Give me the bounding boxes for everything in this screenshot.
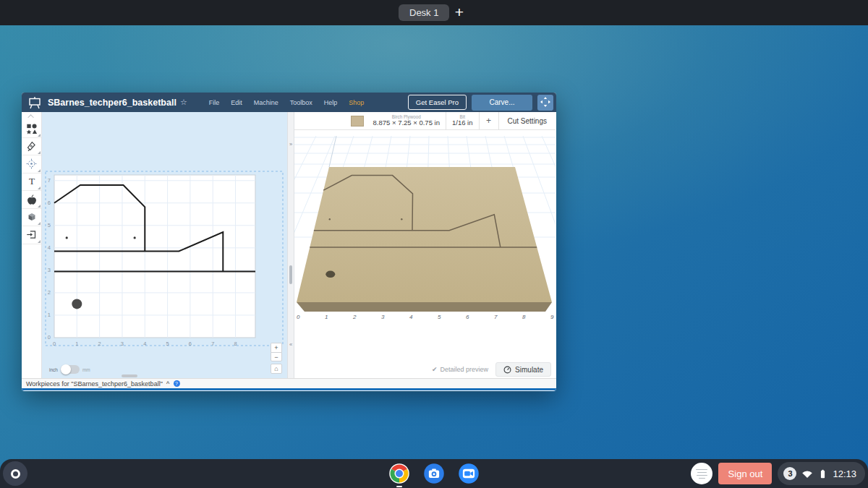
zoom-out-button[interactable]: − — [271, 352, 282, 361]
shapes-icon — [26, 123, 38, 134]
svg-text:4: 4 — [409, 314, 413, 320]
pen-tool[interactable] — [22, 138, 41, 156]
svg-text:6: 6 — [466, 314, 469, 320]
text-tool[interactable]: T — [22, 174, 41, 192]
svg-text:8: 8 — [234, 341, 237, 347]
unit-switch[interactable] — [61, 365, 80, 374]
zoom-in-button[interactable]: + — [271, 343, 282, 352]
easel-window[interactable]: SBarnes_techper6_basketball ☆ File Edit … — [22, 93, 556, 391]
horizontal-scrollbar[interactable] — [122, 374, 137, 377]
svg-text:5: 5 — [438, 314, 441, 320]
status-tray[interactable]: 3 12:13 — [778, 462, 865, 485]
zoom-home-button[interactable]: ⌂ — [271, 364, 282, 374]
svg-text:3: 3 — [48, 267, 51, 273]
menu-help[interactable]: Help — [324, 99, 338, 106]
import-icon — [26, 229, 37, 240]
titlebar-buttons: Get Easel Pro Carve... — [408, 95, 553, 111]
svg-text:1: 1 — [75, 341, 78, 347]
svg-text:3: 3 — [381, 314, 385, 320]
camera-app-button[interactable] — [423, 463, 445, 484]
workpieces-bar[interactable]: Workpieces for "SBarnes_techper6_basketb… — [22, 378, 556, 388]
new-desk-button[interactable]: + — [449, 1, 469, 23]
drill-point-tool[interactable] — [22, 155, 41, 174]
easel-content: T — [22, 112, 556, 378]
design-drawing: 01234567801234567 — [42, 112, 287, 378]
workpieces-caret-icon[interactable]: ^ — [166, 380, 170, 387]
text-icon: T — [26, 176, 38, 187]
svg-text:5: 5 — [48, 222, 51, 228]
unit-toggle[interactable]: inch mm — [49, 365, 90, 374]
svg-text:0: 0 — [53, 341, 56, 347]
apps-tool[interactable] — [22, 191, 41, 209]
favorite-star-icon[interactable]: ☆ — [180, 98, 187, 107]
bit-info[interactable]: Bit 1/16 in — [446, 114, 479, 127]
menu-bar: File Edit Machine Toolbox Help Shop — [209, 99, 365, 106]
detailed-preview-label: Detailed preview — [441, 366, 489, 373]
preview-panel: Birch Plywood 8.875 × 7.25 × 0.75 in Bit… — [294, 112, 556, 378]
sign-out-button[interactable]: Sign out — [718, 463, 772, 484]
easel-titlebar: SBarnes_techper6_basketball ☆ File Edit … — [22, 93, 556, 112]
simulate-button[interactable]: Simulate — [495, 362, 551, 377]
material-dimensions: 8.875 × 7.25 × 0.75 in — [373, 119, 440, 127]
svg-text:6: 6 — [189, 341, 192, 347]
zoom-app-button[interactable] — [458, 463, 480, 484]
preview-3d-drawing: 0123456789 — [294, 130, 556, 361]
svg-text:5: 5 — [166, 341, 169, 347]
battery-icon — [818, 468, 827, 479]
collapse-left-icon[interactable]: « — [288, 341, 294, 348]
svg-text:7: 7 — [48, 177, 51, 184]
pen-icon — [26, 141, 37, 152]
jog-machine-button[interactable] — [537, 95, 553, 111]
simulate-label: Simulate — [515, 366, 543, 374]
get-easel-pro-button[interactable]: Get Easel Pro — [408, 95, 467, 110]
cube-icon — [26, 211, 38, 223]
collapse-right-icon[interactable]: » — [288, 141, 294, 147]
carve-button[interactable]: Carve... — [472, 95, 532, 111]
clock: 12:13 — [833, 468, 856, 479]
menu-machine[interactable]: Machine — [254, 99, 278, 106]
material-tool[interactable] — [22, 209, 41, 227]
bit-value: 1/16 in — [452, 119, 473, 127]
svg-text:9: 9 — [550, 314, 554, 320]
inch-label: inch — [49, 367, 58, 372]
tools-scroll-up[interactable] — [22, 112, 41, 120]
panel-divider[interactable]: » « — [287, 112, 294, 378]
workpieces-label: Workpieces for "SBarnes_techper6_basketb… — [26, 380, 163, 388]
mm-label: mm — [82, 367, 90, 372]
svg-text:1: 1 — [325, 314, 328, 320]
help-icon[interactable]: ? — [174, 380, 180, 387]
menu-toolbox[interactable]: Toolbox — [290, 99, 312, 106]
apple-icon — [26, 194, 38, 205]
divider-grip[interactable] — [289, 265, 292, 284]
import-tool[interactable] — [22, 226, 41, 244]
material-info[interactable]: Birch Plywood 8.875 × 7.25 × 0.75 in — [367, 114, 446, 127]
add-bit-button[interactable]: + — [480, 116, 498, 126]
svg-text:4: 4 — [48, 244, 51, 251]
svg-text:2: 2 — [352, 314, 357, 320]
window-bottom-strip — [22, 388, 556, 390]
notification-preview[interactable] — [691, 463, 712, 484]
svg-text:7: 7 — [211, 341, 214, 347]
cut-settings-button[interactable]: Cut Settings — [499, 112, 556, 129]
material-swatch[interactable] — [351, 116, 364, 127]
svg-text:T: T — [28, 176, 34, 187]
svg-text:7: 7 — [494, 314, 498, 320]
check-icon: ✔ — [432, 366, 438, 373]
gauge-icon — [503, 366, 511, 374]
menu-edit[interactable]: Edit — [231, 99, 242, 106]
chrome-app-button[interactable] — [388, 463, 410, 484]
svg-text:1: 1 — [48, 312, 51, 318]
menu-file[interactable]: File — [209, 99, 220, 106]
menu-shop[interactable]: Shop — [349, 99, 364, 106]
jog-arrows-icon — [538, 95, 553, 109]
detailed-preview-toggle[interactable]: ✔ Detailed preview — [432, 366, 488, 373]
status-area: Sign out 3 12:13 — [691, 459, 865, 488]
shapes-tool[interactable] — [22, 120, 41, 138]
preview-3d-viewport[interactable]: 0123456789 — [294, 130, 556, 361]
svg-text:3: 3 — [121, 341, 124, 347]
svg-text:0: 0 — [48, 334, 51, 341]
design-canvas-2d[interactable]: 01234567801234567 inch mm + − ⌂ — [42, 112, 287, 378]
desk-button[interactable]: Desk 1 — [399, 4, 449, 21]
svg-text:4: 4 — [143, 341, 146, 347]
material-bar: Birch Plywood 8.875 × 7.25 × 0.75 in Bit… — [294, 112, 556, 130]
